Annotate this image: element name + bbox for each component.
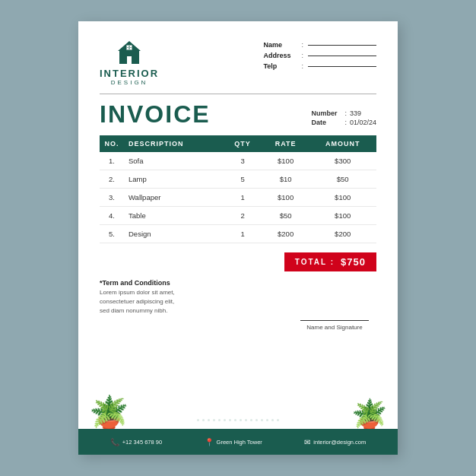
table-row: 1. Sofa 3 $100 $300 bbox=[100, 152, 376, 170]
signature-line bbox=[300, 320, 369, 321]
cell-amount: $200 bbox=[309, 225, 376, 243]
cell-qty: 3 bbox=[223, 152, 262, 170]
cell-desc: Table bbox=[124, 207, 223, 225]
cell-amount: $100 bbox=[309, 207, 376, 225]
name-label: Name bbox=[263, 41, 298, 49]
address-line bbox=[308, 56, 376, 56]
terms-section: *Term and Conditions Lorem ipsum dolor s… bbox=[100, 279, 376, 316]
client-info: Name : Address : Telp : bbox=[263, 41, 376, 70]
cell-no: 5. bbox=[100, 225, 124, 243]
cell-qty: 2 bbox=[223, 207, 262, 225]
svg-rect-4 bbox=[127, 48, 129, 49]
cell-desc: Wallpaper bbox=[124, 189, 223, 207]
address-label: Address bbox=[263, 52, 298, 59]
cell-rate: $50 bbox=[262, 207, 309, 225]
date-meta-row: Date : 01/02/24 bbox=[311, 119, 376, 126]
house-icon bbox=[115, 38, 144, 67]
cell-desc: Sofa bbox=[124, 152, 223, 170]
header-divider bbox=[100, 94, 376, 94]
bottom-decor: 🪴 🪴 📞 +12 345 678 90 📍 Green High Tower … bbox=[78, 394, 398, 455]
number-value: 339 bbox=[350, 109, 361, 117]
signature-label: Name and Signature bbox=[306, 324, 362, 331]
cell-amount: $300 bbox=[309, 152, 376, 170]
invoice-table: NO. DESCRIPTION QTY RATE AMOUNT 1. Sofa … bbox=[100, 135, 376, 243]
footer-email: ✉ interior@design.com bbox=[304, 438, 366, 446]
plant-right-icon: 🪴 bbox=[351, 400, 387, 429]
address-row: Address : bbox=[263, 52, 376, 59]
cell-rate: $10 bbox=[262, 170, 309, 189]
company-name: INTERIOR bbox=[100, 68, 159, 79]
table-row: 5. Design 1 $200 $200 bbox=[100, 225, 376, 243]
cell-desc: Lamp bbox=[124, 170, 223, 189]
header-section: INTERIOR DESIGN Name : Address : Telp : bbox=[100, 38, 376, 86]
footer-address-text: Green High Tower bbox=[217, 439, 262, 446]
col-description: DESCRIPTION bbox=[124, 135, 223, 152]
total-box: TOTAL : $750 bbox=[284, 252, 376, 271]
cell-rate: $100 bbox=[262, 152, 309, 170]
name-line bbox=[308, 45, 376, 46]
cell-rate: $100 bbox=[262, 189, 309, 207]
invoice-title-row: INVOICE Number : 339 Date : 01/02/24 bbox=[100, 102, 376, 126]
number-meta-row: Number : 339 bbox=[311, 109, 376, 117]
cell-no: 2. bbox=[100, 170, 124, 189]
terms-title: *Term and Conditions bbox=[100, 279, 376, 287]
table-header-row: NO. DESCRIPTION QTY RATE AMOUNT bbox=[100, 135, 376, 152]
name-row: Name : bbox=[263, 41, 376, 49]
footer-bar: 📞 +12 345 678 90 📍 Green High Tower ✉ in… bbox=[78, 429, 398, 455]
telp-line bbox=[308, 66, 376, 67]
col-no: NO. bbox=[100, 135, 124, 152]
footer-email-text: interior@design.com bbox=[313, 439, 366, 446]
table-row: 3. Wallpaper 1 $100 $100 bbox=[100, 189, 376, 207]
location-icon: 📍 bbox=[205, 438, 214, 446]
plant-left-icon: 🪴 bbox=[89, 397, 129, 429]
email-icon: ✉ bbox=[304, 438, 310, 446]
svg-rect-3 bbox=[130, 46, 132, 47]
invoice-document: INTERIOR DESIGN Name : Address : Telp : bbox=[78, 21, 398, 455]
telp-row: Telp : bbox=[263, 62, 376, 70]
footer-phone-text: +12 345 678 90 bbox=[122, 439, 162, 446]
svg-rect-5 bbox=[130, 48, 132, 49]
total-value: $750 bbox=[341, 256, 366, 268]
signature-section: Name and Signature bbox=[100, 320, 376, 331]
col-rate: RATE bbox=[262, 135, 309, 152]
signature-box: Name and Signature bbox=[300, 320, 369, 331]
cell-amount: $100 bbox=[309, 189, 376, 207]
footer-address: 📍 Green High Tower bbox=[205, 438, 262, 446]
table-row: 2. Lamp 5 $10 $50 bbox=[100, 170, 376, 189]
number-label: Number bbox=[311, 109, 341, 117]
footer-phone: 📞 +12 345 678 90 bbox=[110, 438, 162, 446]
cell-qty: 1 bbox=[223, 225, 262, 243]
phone-icon: 📞 bbox=[110, 438, 119, 446]
dots-area bbox=[132, 419, 344, 421]
cell-no: 3. bbox=[100, 189, 124, 207]
logo-section: INTERIOR DESIGN bbox=[100, 38, 159, 86]
telp-label: Telp bbox=[263, 62, 298, 70]
cell-qty: 1 bbox=[223, 189, 262, 207]
cell-no: 1. bbox=[100, 152, 124, 170]
cell-rate: $200 bbox=[262, 225, 309, 243]
terms-text: Lorem ipsum dolor sit amet,consectetuer … bbox=[100, 288, 376, 316]
invoice-title: INVOICE bbox=[100, 102, 211, 126]
date-label: Date bbox=[311, 119, 341, 126]
invoice-meta: Number : 339 Date : 01/02/24 bbox=[311, 109, 376, 126]
cell-no: 4. bbox=[100, 207, 124, 225]
cell-amount: $50 bbox=[309, 170, 376, 189]
col-qty: QTY bbox=[223, 135, 262, 152]
cell-desc: Design bbox=[124, 225, 223, 243]
svg-rect-2 bbox=[127, 46, 129, 47]
col-amount: AMOUNT bbox=[309, 135, 376, 152]
cell-qty: 5 bbox=[223, 170, 262, 189]
company-subtitle: DESIGN bbox=[111, 79, 148, 86]
svg-marker-0 bbox=[118, 41, 141, 64]
table-row: 4. Table 2 $50 $100 bbox=[100, 207, 376, 225]
total-label: TOTAL : bbox=[295, 258, 335, 266]
total-section: TOTAL : $750 bbox=[100, 252, 376, 271]
date-value: 01/02/24 bbox=[350, 119, 376, 126]
